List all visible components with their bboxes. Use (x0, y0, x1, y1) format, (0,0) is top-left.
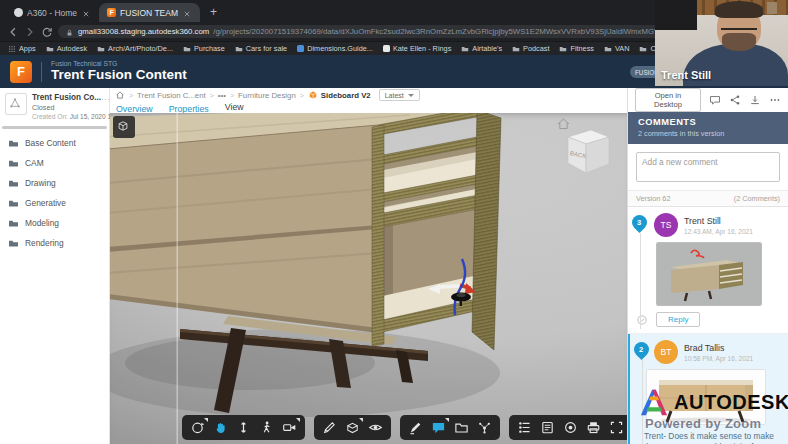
explode-icon[interactable] (477, 420, 492, 435)
tab-close-icon[interactable] (182, 8, 192, 18)
visibility-icon[interactable] (368, 420, 383, 435)
walk-icon[interactable] (259, 420, 274, 435)
resolve-icon[interactable] (636, 314, 648, 326)
bookmark-item[interactable]: Podcast (512, 44, 549, 53)
sidebar-folder-drawing[interactable]: Drawing (0, 173, 109, 193)
bookmark-folder-icon (639, 45, 647, 53)
cabinet-front-face (110, 125, 378, 333)
forward-icon[interactable] (24, 26, 36, 38)
share-icon[interactable] (729, 94, 741, 106)
panel-toolbar: Open in Desktop (628, 88, 788, 112)
open-in-desktop-button[interactable]: Open in Desktop (635, 88, 701, 112)
bookmark-item[interactable]: Purchase (183, 44, 225, 53)
bookmark-label: Cars for sale (246, 44, 287, 53)
download-icon[interactable] (749, 94, 761, 106)
comment-pin-marker[interactable]: 2 (631, 339, 652, 360)
breadcrumb-separator: > (230, 92, 234, 99)
bookmark-item[interactable]: Dimensions.Guide... (297, 44, 373, 53)
bookmark-item[interactable]: VAN (604, 44, 629, 53)
measure-icon[interactable] (322, 420, 337, 435)
bookmark-item[interactable]: Cars for sale (235, 44, 287, 53)
viewport-model-button[interactable] (113, 116, 135, 138)
bookmark-item[interactable]: Kate Ellen - Rings (383, 44, 451, 53)
fusion-logo-icon[interactable]: F (10, 61, 32, 83)
viewer-toolbar (182, 415, 627, 440)
folder-icon (8, 138, 19, 149)
bookmark-folder-icon (461, 45, 469, 53)
webcam-person-hair (715, 1, 763, 18)
record-icon[interactable] (563, 420, 578, 435)
folder-label: Rendering (25, 238, 64, 248)
webcam-person-glasses (721, 22, 757, 30)
tab-close-icon[interactable] (81, 8, 91, 18)
comment-timestamp: 10:58 PM, Apr 16, 2021 (684, 355, 753, 362)
home-icon[interactable] (115, 90, 125, 100)
more-options-icon[interactable] (769, 94, 781, 106)
markup-icon[interactable] (408, 420, 423, 435)
sidebar-folder-rendering[interactable]: Rendering (0, 233, 109, 253)
orbit-icon[interactable] (190, 420, 205, 435)
breadcrumb-item[interactable]: Furniture Design (238, 91, 296, 100)
comment-author: Brad Tallis (684, 343, 753, 353)
comment-icon[interactable] (431, 420, 446, 435)
back-icon[interactable] (7, 26, 19, 38)
autodesk-wordmark: AUTODESK. (674, 391, 788, 414)
folder-label: Modeling (25, 218, 59, 228)
project-card[interactable]: Trent Fusion Co... ... Closed Created On… (0, 88, 109, 123)
header-divider (41, 62, 42, 82)
project-status: Closed (32, 103, 104, 112)
breadcrumb-item[interactable]: ••• (218, 91, 226, 100)
sidebar-folder-base-content[interactable]: Base Content (0, 133, 109, 153)
attach-icon[interactable] (454, 420, 469, 435)
reload-icon[interactable] (41, 26, 53, 38)
reply-button[interactable]: Reply (656, 312, 700, 327)
bookmark-folder-icon (46, 45, 54, 53)
bookmark-item[interactable]: Apps (8, 44, 36, 53)
comment-card[interactable]: 3TSTrent Still12:43 AM, Apr 16, 2021 Rep… (628, 207, 788, 334)
breadcrumb-item[interactable]: Trent Fusion C...ent (137, 91, 206, 100)
comment-pin-marker[interactable]: 3 (629, 212, 650, 233)
bookmark-label: Dimensions.Guide... (307, 44, 373, 53)
add-comment-input[interactable] (636, 152, 780, 182)
tab-title: FUSION TEAM (120, 8, 178, 18)
bookmark-label: Podcast (523, 44, 549, 53)
section-icon[interactable] (345, 420, 360, 435)
zoom-icon[interactable] (236, 420, 251, 435)
fusion-favicon-icon: F (107, 8, 116, 17)
version-dropdown[interactable]: Latest (379, 89, 420, 101)
breadcrumb-current: Sideboard V2 (308, 90, 371, 100)
view-cube[interactable]: BACK (558, 119, 609, 173)
comment-count: (2 Comments) (734, 194, 780, 203)
pan-icon[interactable] (213, 420, 228, 435)
webcam-name-label: Trent Still (661, 69, 711, 81)
cube-icon (117, 120, 132, 135)
comment-thumbnail[interactable] (656, 242, 762, 306)
new-tab-button[interactable]: + (210, 5, 217, 19)
sidebar-folder-generative[interactable]: Generative (0, 193, 109, 213)
artifact-line (177, 113, 178, 444)
site-favicon (383, 45, 390, 52)
model-viewport[interactable]: BACK (110, 113, 627, 444)
properties-icon[interactable] (540, 420, 555, 435)
webcam-monitor (655, 0, 697, 30)
look-icon[interactable] (282, 420, 297, 435)
comments-toggle-icon[interactable] (709, 94, 721, 106)
browser-tab[interactable]: A360 - Home (6, 3, 99, 22)
sidebar-folder-modeling[interactable]: Modeling (0, 213, 109, 233)
model-browser-icon[interactable] (517, 420, 532, 435)
print-icon[interactable] (586, 420, 601, 435)
comment-author: Trent Still (684, 216, 753, 226)
toolbar-group (509, 415, 627, 440)
tab-title: A360 - Home (27, 8, 77, 18)
fullscreen-icon[interactable] (609, 420, 624, 435)
bookmark-item[interactable]: Airtable's (461, 44, 502, 53)
bookmark-item[interactable]: Fitness (559, 44, 594, 53)
sidebar-scrollbar[interactable] (2, 126, 107, 129)
bookmark-item[interactable]: Arch/Art/Photo/De... (97, 44, 173, 53)
version-label: Version 62 (636, 194, 670, 203)
site-favicon (297, 45, 304, 52)
sidebar-folder-cam[interactable]: CAM (0, 153, 109, 173)
breadcrumb-separator: > (210, 92, 214, 99)
browser-tab[interactable]: FFUSION TEAM (99, 3, 200, 22)
bookmark-item[interactable]: Autodesk (46, 44, 87, 53)
